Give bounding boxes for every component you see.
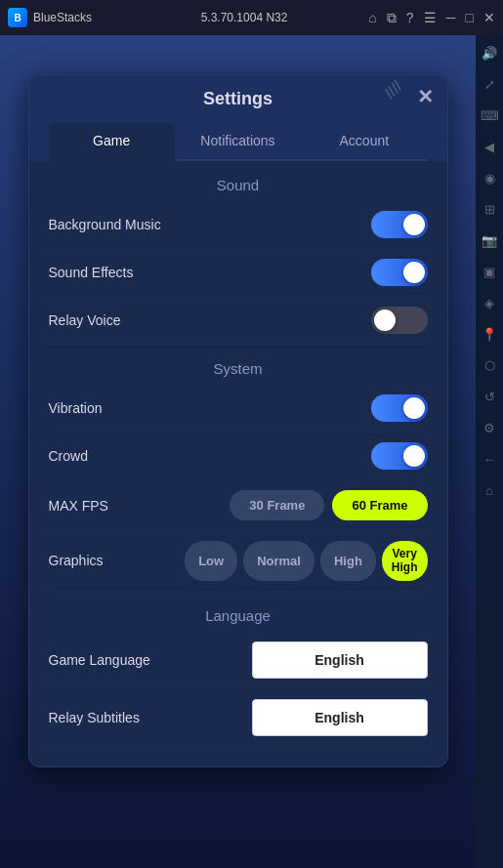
sidebar-apps-icon[interactable]: ⊞ — [480, 199, 499, 219]
sidebar-files-icon[interactable]: ▣ — [480, 262, 499, 281]
sidebar-fullscreen-icon[interactable]: ⤢ — [480, 74, 499, 94]
language-section-header: Language — [49, 592, 428, 632]
settings-dialog: Settings //// ✕ Game Notifications Accou… — [28, 74, 448, 767]
dialog-header: Settings //// ✕ Game Notifications Accou… — [29, 75, 447, 161]
sound-section-header: Sound — [49, 161, 428, 201]
copy-icon[interactable]: ⧉ — [387, 10, 397, 26]
close-button[interactable]: ✕ — [417, 85, 434, 108]
game-language-row: Game Language English — [49, 632, 428, 689]
relay-voice-toggle[interactable] — [371, 307, 428, 334]
background-music-knob — [403, 214, 425, 235]
tab-account[interactable]: Account — [301, 123, 427, 161]
background-music-label: Background Music — [49, 217, 161, 232]
minimize-icon[interactable]: ─ — [446, 10, 456, 25]
right-sidebar: 🔊 ⤢ ⌨ ◀ ◉ ⊞ 📷 ▣ ◈ 📍 ⬡ ↺ ⚙ ← ⌂ — [476, 35, 503, 868]
relay-subtitles-button[interactable]: English — [252, 699, 428, 736]
sidebar-hexagon-icon[interactable]: ⬡ — [480, 355, 499, 375]
sidebar-back-icon[interactable]: ◀ — [480, 137, 499, 156]
dialog-body: Sound Background Music Sound Effects Rel… — [29, 161, 447, 766]
bluestacks-logo: B — [8, 8, 27, 27]
fps-group: 30 Frame 60 Frame — [230, 490, 427, 520]
vibration-row: Vibration — [49, 385, 428, 433]
relay-voice-knob — [374, 310, 396, 331]
graphics-row: Graphics Low Normal High VeryHigh — [49, 531, 428, 592]
sound-effects-row: Sound Effects — [49, 249, 428, 297]
graphics-normal-button[interactable]: Normal — [243, 541, 314, 581]
crowd-knob — [403, 445, 425, 467]
fps-60-button[interactable]: 60 Frame — [332, 490, 427, 520]
app-version: 5.3.70.1004 N32 — [201, 11, 363, 24]
vibration-toggle[interactable] — [371, 394, 428, 422]
close-icon[interactable]: ✕ — [483, 10, 495, 25]
sidebar-home-icon[interactable]: ⌂ — [480, 480, 499, 500]
graphics-high-button[interactable]: High — [320, 541, 376, 581]
titlebar-controls: ⌂ ⧉ ? ☰ ─ □ ✕ — [368, 10, 495, 26]
system-section-header: System — [49, 345, 428, 385]
sound-effects-toggle[interactable] — [371, 259, 428, 286]
background-music-row: Background Music — [49, 201, 428, 249]
vibration-knob — [403, 397, 425, 419]
relay-voice-row: Relay Voice — [49, 297, 428, 345]
sidebar-arrow-back-icon[interactable]: ← — [480, 449, 499, 469]
dialog-title: Settings — [49, 89, 428, 109]
dialog-overlay: Settings //// ✕ Game Notifications Accou… — [0, 35, 476, 868]
graphics-label: Graphics — [49, 553, 104, 568]
max-fps-label: MAX FPS — [49, 498, 108, 514]
help-icon[interactable]: ? — [406, 10, 414, 25]
sidebar-keyboard-icon[interactable]: ⌨ — [480, 105, 499, 125]
sidebar-rotate-icon[interactable]: ↺ — [480, 387, 499, 406]
sidebar-volume-icon[interactable]: 🔊 — [480, 43, 499, 62]
crowd-label: Crowd — [49, 448, 88, 464]
relay-subtitles-label: Relay Subtitles — [49, 710, 140, 725]
game-language-label: Game Language — [49, 652, 150, 668]
home-icon[interactable]: ⌂ — [368, 10, 376, 25]
tab-game[interactable]: Game — [49, 123, 175, 161]
sidebar-location-icon[interactable]: 📍 — [480, 324, 499, 344]
menu-icon[interactable]: ☰ — [424, 10, 437, 25]
game-language-button[interactable]: English — [252, 641, 428, 679]
app-title: BlueStacks — [33, 11, 195, 24]
sound-effects-label: Sound Effects — [49, 265, 134, 280]
sound-effects-knob — [403, 262, 425, 283]
sidebar-dpad-icon[interactable]: ◉ — [480, 168, 499, 187]
crowd-row: Crowd — [49, 433, 428, 480]
tabs-container: Game Notifications Account — [49, 123, 428, 161]
graphics-low-button[interactable]: Low — [185, 541, 237, 581]
sidebar-settings-icon[interactable]: ⚙ — [480, 418, 499, 437]
maximize-icon[interactable]: □ — [466, 10, 474, 25]
vibration-label: Vibration — [49, 400, 103, 416]
crowd-toggle[interactable] — [371, 442, 428, 470]
relay-subtitles-row: Relay Subtitles English — [49, 689, 428, 747]
relay-voice-label: Relay Voice — [49, 312, 121, 328]
tab-notifications[interactable]: Notifications — [175, 123, 301, 161]
max-fps-row: MAX FPS 30 Frame 60 Frame — [49, 480, 428, 531]
sidebar-camera-icon[interactable]: 📷 — [480, 230, 499, 250]
titlebar: B BlueStacks 5.3.70.1004 N32 ⌂ ⧉ ? ☰ ─ □… — [0, 0, 503, 35]
sidebar-layers-icon[interactable]: ◈ — [480, 293, 499, 312]
background-music-toggle[interactable] — [371, 211, 428, 238]
graphics-group: Low Normal High VeryHigh — [185, 541, 427, 581]
fps-30-button[interactable]: 30 Frame — [230, 490, 324, 520]
graphics-very-high-button[interactable]: VeryHigh — [382, 541, 428, 581]
